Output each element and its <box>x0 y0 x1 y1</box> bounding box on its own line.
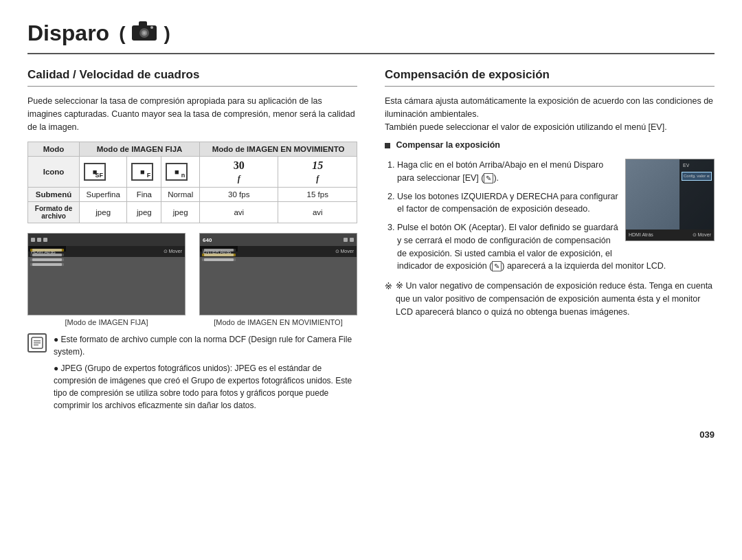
icon-15fps: 15f <box>312 159 323 183</box>
table-header-imagen-movimiento: Modo de IMAGEN EN MOVIMIENTO <box>200 142 357 157</box>
table-cell-formato-label: Formato dearchivo <box>28 202 80 223</box>
ev-btn-mover: ⊙ Mover <box>693 232 711 239</box>
right-column: Compensación de exposición Esta cámara a… <box>385 68 715 416</box>
table-cell-icon-sf: ■SF <box>80 157 127 188</box>
ev-menu-item-blank1 <box>682 182 712 191</box>
icon-sf: ■SF <box>84 163 106 181</box>
table-cell-normal: Normal <box>161 188 200 202</box>
note-star-text: ※ Un valor negativo de compensación de e… <box>396 280 715 318</box>
table-cell-icono-label: Icono <box>28 157 80 188</box>
screenshot-motion: 640 EN <box>199 233 357 326</box>
page-number: 039 <box>27 429 715 440</box>
title-text: Disparo <box>27 21 109 46</box>
table-row-formato: Formato dearchivo jpeg jpeg jpeg avi avi <box>28 202 357 223</box>
star-symbol: ※ <box>385 280 392 318</box>
mode-table: Modo Modo de IMAGEN FIJA Modo de IMAGEN … <box>27 142 357 223</box>
ev-menu-item-blank2 <box>682 192 712 201</box>
table-cell-avi1: avi <box>200 202 278 223</box>
right-section-body: Esta cámara ajusta automáticamente la ex… <box>385 95 715 318</box>
note-block: ● Este formato de archivo cumple con la … <box>27 333 357 416</box>
note-line-1: ● Este formato de archivo cumple con la … <box>54 333 357 358</box>
table-cell-jpeg3: jpeg <box>161 202 200 223</box>
icon-f: ■F <box>131 163 153 181</box>
note-icon <box>27 333 47 352</box>
bullet-title: Compensar la exposición <box>396 140 499 150</box>
right-intro: Esta cámara ajusta automáticamente la ex… <box>385 95 715 133</box>
left-section-body: Puede seleccionar la tasa de compresión … <box>27 95 357 133</box>
top-divider <box>27 53 715 54</box>
screenshot-motion-img: 640 EN <box>199 233 357 315</box>
icon-30fps: 30f <box>234 159 245 183</box>
table-cell-jpeg2: jpeg <box>127 202 161 223</box>
ev-menu-item-ev: EV <box>682 161 712 170</box>
table-cell-submenu-label: Submenú <box>28 188 80 202</box>
ev-display: EV Confg. valor exposicion HDMI Atrás ⊙ … <box>625 159 715 241</box>
page-title: Disparo ( ) <box>27 21 715 46</box>
table-cell-superfina: Superfina <box>80 188 127 202</box>
screenshots-row: HDMI Atrás ⊙ Mover [Modo de IMAGEN FIJA]… <box>27 233 357 326</box>
svg-point-5 <box>150 26 153 29</box>
screenshot-still: HDMI Atrás ⊙ Mover [Modo de IMAGEN FIJA] <box>27 233 186 326</box>
svg-point-4 <box>143 32 146 34</box>
table-header-modo: Modo <box>28 142 80 157</box>
left-column: Calidad / Velocidad de cuadros Puede sel… <box>27 68 357 416</box>
table-cell-icon-30: 30f <box>200 157 278 188</box>
left-section-title: Calidad / Velocidad de cuadros <box>27 68 357 87</box>
ev-menu-item-config: Confg. valor exposicion <box>682 172 712 181</box>
camera-icon <box>132 21 157 46</box>
note-star: ※ ※ Un valor negativo de compensación de… <box>385 280 715 318</box>
table-cell-30fps: 30 fps <box>200 188 278 202</box>
table-cell-jpeg1: jpeg <box>80 202 127 223</box>
note-text: ● Este formato de archivo cumple con la … <box>54 333 357 416</box>
bullet-square-icon <box>385 143 390 148</box>
screenshot-still-caption: [Modo de IMAGEN FIJA] <box>27 318 186 326</box>
screenshot-motion-caption: [Modo de IMAGEN EN MOVIMIENTO] <box>199 318 357 326</box>
ev-btn-atras: HDMI Atrás <box>629 232 653 239</box>
main-content: Calidad / Velocidad de cuadros Puede sel… <box>27 68 715 416</box>
table-row-icono: Icono ■SF ■F ■n <box>28 157 357 188</box>
note-line-2: ● JPEG (Grupo de expertos fotográficos u… <box>54 362 357 412</box>
table-cell-icon-f: ■F <box>127 157 161 188</box>
right-section-title: Compensación de exposición <box>385 68 715 87</box>
icon-n: ■n <box>166 163 188 181</box>
table-cell-icon-n: ■n <box>161 157 200 188</box>
table-cell-icon-15: 15f <box>278 157 357 188</box>
svg-rect-1 <box>139 21 147 27</box>
bullet-compensar: Compensar la exposición <box>385 139 715 152</box>
table-row-submenu: Submenú Superfina Fina Normal 30 fps 15 … <box>28 188 357 202</box>
screenshot-still-img: HDMI Atrás ⊙ Mover <box>27 233 186 315</box>
table-cell-fina: Fina <box>127 188 161 202</box>
table-cell-15fps: 15 fps <box>278 188 357 202</box>
table-header-imagen-fija: Modo de IMAGEN FIJA <box>80 142 200 157</box>
table-cell-avi2: avi <box>278 202 357 223</box>
